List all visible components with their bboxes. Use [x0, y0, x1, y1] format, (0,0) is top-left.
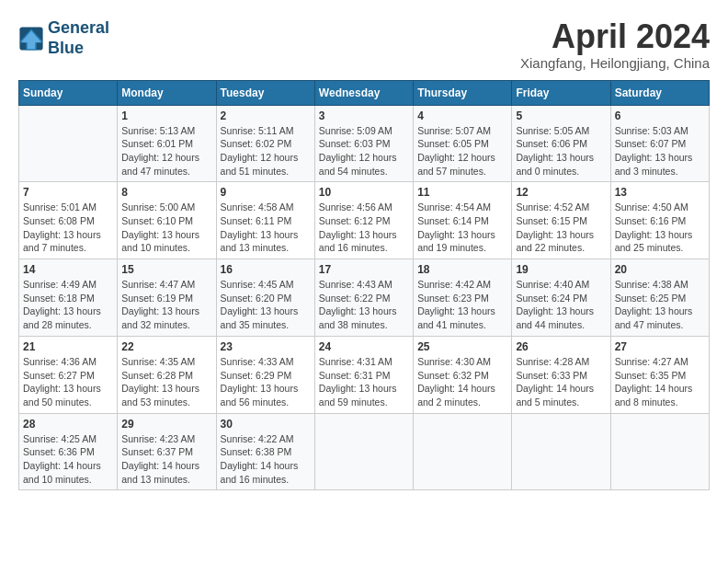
weekday-header-monday: Monday [118, 80, 216, 105]
day-number: 12 [516, 186, 606, 199]
day-detail: Sunrise: 4:36 AM Sunset: 6:27 PM Dayligh… [23, 355, 113, 409]
day-detail: Sunrise: 4:52 AM Sunset: 6:15 PM Dayligh… [516, 201, 606, 255]
day-detail: Sunrise: 4:31 AM Sunset: 6:31 PM Dayligh… [319, 355, 409, 409]
calendar-cell: 3Sunrise: 5:09 AM Sunset: 6:03 PM Daylig… [314, 105, 413, 182]
calendar-cell [610, 413, 709, 490]
calendar-cell [414, 413, 512, 490]
calendar-cell: 26Sunrise: 4:28 AM Sunset: 6:33 PM Dayli… [512, 336, 610, 413]
day-detail: Sunrise: 4:49 AM Sunset: 6:18 PM Dayligh… [23, 278, 113, 332]
calendar-cell: 9Sunrise: 4:58 AM Sunset: 6:11 PM Daylig… [216, 182, 314, 259]
calendar-cell: 1Sunrise: 5:13 AM Sunset: 6:01 PM Daylig… [118, 105, 216, 182]
day-number: 4 [417, 109, 507, 122]
day-number: 20 [615, 263, 705, 276]
weekday-header-row: SundayMondayTuesdayWednesdayThursdayFrid… [19, 80, 710, 105]
calendar-cell: 27Sunrise: 4:27 AM Sunset: 6:35 PM Dayli… [610, 336, 709, 413]
calendar-cell: 2Sunrise: 5:11 AM Sunset: 6:02 PM Daylig… [216, 105, 314, 182]
day-detail: Sunrise: 5:01 AM Sunset: 6:08 PM Dayligh… [23, 201, 113, 255]
title-block: April 2024 Xiangfang, Heilongjiang, Chin… [520, 18, 710, 71]
weekday-header-saturday: Saturday [610, 80, 709, 105]
calendar-cell: 20Sunrise: 4:38 AM Sunset: 6:25 PM Dayli… [610, 259, 709, 337]
logo: General Blue [18, 18, 109, 58]
day-number: 15 [121, 263, 211, 276]
day-detail: Sunrise: 4:35 AM Sunset: 6:28 PM Dayligh… [121, 355, 211, 409]
calendar-cell: 22Sunrise: 4:35 AM Sunset: 6:28 PM Dayli… [118, 336, 216, 413]
day-number: 26 [516, 340, 606, 353]
day-detail: Sunrise: 4:56 AM Sunset: 6:12 PM Dayligh… [319, 201, 409, 255]
day-number: 23 [221, 340, 311, 353]
calendar-cell [314, 413, 413, 490]
day-detail: Sunrise: 4:22 AM Sunset: 6:38 PM Dayligh… [221, 432, 311, 487]
calendar-week-4: 21Sunrise: 4:36 AM Sunset: 6:27 PM Dayli… [19, 336, 710, 413]
logo-line1: General [48, 18, 109, 37]
day-number: 1 [121, 109, 211, 122]
calendar-header: SundayMondayTuesdayWednesdayThursdayFrid… [19, 80, 710, 105]
calendar-cell: 4Sunrise: 5:07 AM Sunset: 6:05 PM Daylig… [414, 105, 512, 182]
weekday-header-wednesday: Wednesday [314, 80, 413, 105]
calendar-cell: 17Sunrise: 4:43 AM Sunset: 6:22 PM Dayli… [314, 259, 413, 337]
logo-text: General Blue [48, 18, 109, 58]
day-detail: Sunrise: 4:58 AM Sunset: 6:11 PM Dayligh… [221, 201, 311, 255]
day-number: 19 [516, 263, 606, 276]
day-detail: Sunrise: 4:47 AM Sunset: 6:19 PM Dayligh… [121, 278, 211, 332]
weekday-header-sunday: Sunday [19, 80, 118, 105]
calendar-cell: 7Sunrise: 5:01 AM Sunset: 6:08 PM Daylig… [19, 182, 118, 259]
calendar-cell: 23Sunrise: 4:33 AM Sunset: 6:29 PM Dayli… [216, 336, 314, 413]
calendar-week-2: 7Sunrise: 5:01 AM Sunset: 6:08 PM Daylig… [19, 182, 710, 259]
day-number: 13 [615, 186, 705, 199]
day-detail: Sunrise: 4:30 AM Sunset: 6:32 PM Dayligh… [417, 355, 507, 409]
calendar-body: 1Sunrise: 5:13 AM Sunset: 6:01 PM Daylig… [19, 105, 710, 490]
day-detail: Sunrise: 4:43 AM Sunset: 6:22 PM Dayligh… [319, 278, 409, 332]
day-detail: Sunrise: 4:40 AM Sunset: 6:24 PM Dayligh… [516, 278, 606, 332]
calendar-cell: 15Sunrise: 4:47 AM Sunset: 6:19 PM Dayli… [118, 259, 216, 337]
day-number: 8 [121, 186, 211, 199]
day-number: 17 [319, 263, 409, 276]
calendar-cell: 29Sunrise: 4:23 AM Sunset: 6:37 PM Dayli… [118, 413, 216, 490]
day-detail: Sunrise: 4:23 AM Sunset: 6:37 PM Dayligh… [121, 432, 211, 487]
day-number: 24 [319, 340, 409, 353]
calendar-table: SundayMondayTuesdayWednesdayThursdayFrid… [18, 80, 710, 491]
day-number: 7 [23, 186, 113, 199]
day-detail: Sunrise: 4:45 AM Sunset: 6:20 PM Dayligh… [221, 278, 311, 332]
day-number: 29 [121, 418, 211, 431]
day-detail: Sunrise: 5:05 AM Sunset: 6:06 PM Dayligh… [516, 124, 606, 178]
weekday-header-friday: Friday [512, 80, 610, 105]
calendar-cell: 30Sunrise: 4:22 AM Sunset: 6:38 PM Dayli… [216, 413, 314, 490]
weekday-header-tuesday: Tuesday [216, 80, 314, 105]
calendar-cell: 6Sunrise: 5:03 AM Sunset: 6:07 PM Daylig… [610, 105, 709, 182]
day-detail: Sunrise: 5:09 AM Sunset: 6:03 PM Dayligh… [319, 124, 409, 178]
calendar-cell: 10Sunrise: 4:56 AM Sunset: 6:12 PM Dayli… [314, 182, 413, 259]
day-number: 3 [319, 109, 409, 122]
day-detail: Sunrise: 4:25 AM Sunset: 6:36 PM Dayligh… [23, 432, 113, 487]
day-detail: Sunrise: 5:00 AM Sunset: 6:10 PM Dayligh… [121, 201, 211, 255]
day-detail: Sunrise: 5:03 AM Sunset: 6:07 PM Dayligh… [615, 124, 705, 178]
day-number: 9 [221, 186, 311, 199]
location-subtitle: Xiangfang, Heilongjiang, China [520, 55, 710, 71]
calendar-cell: 18Sunrise: 4:42 AM Sunset: 6:23 PM Dayli… [414, 259, 512, 337]
day-number: 5 [516, 109, 606, 122]
day-number: 28 [23, 418, 113, 431]
calendar-cell: 5Sunrise: 5:05 AM Sunset: 6:06 PM Daylig… [512, 105, 610, 182]
calendar-week-5: 28Sunrise: 4:25 AM Sunset: 6:36 PM Dayli… [19, 413, 710, 490]
calendar-cell: 19Sunrise: 4:40 AM Sunset: 6:24 PM Dayli… [512, 259, 610, 337]
calendar-cell: 11Sunrise: 4:54 AM Sunset: 6:14 PM Dayli… [414, 182, 512, 259]
day-number: 10 [319, 186, 409, 199]
day-detail: Sunrise: 5:13 AM Sunset: 6:01 PM Dayligh… [121, 124, 211, 178]
page-header: General Blue April 2024 Xiangfang, Heilo… [18, 18, 710, 71]
day-detail: Sunrise: 4:42 AM Sunset: 6:23 PM Dayligh… [417, 278, 507, 332]
day-detail: Sunrise: 5:07 AM Sunset: 6:05 PM Dayligh… [417, 124, 507, 178]
day-number: 30 [221, 418, 311, 431]
day-detail: Sunrise: 4:50 AM Sunset: 6:16 PM Dayligh… [615, 201, 705, 255]
calendar-cell [512, 413, 610, 490]
day-number: 27 [615, 340, 705, 353]
day-detail: Sunrise: 4:27 AM Sunset: 6:35 PM Dayligh… [615, 355, 705, 409]
day-detail: Sunrise: 4:33 AM Sunset: 6:29 PM Dayligh… [221, 355, 311, 409]
day-number: 2 [221, 109, 311, 122]
calendar-cell: 14Sunrise: 4:49 AM Sunset: 6:18 PM Dayli… [19, 259, 118, 337]
calendar-cell: 21Sunrise: 4:36 AM Sunset: 6:27 PM Dayli… [19, 336, 118, 413]
logo-line2: Blue [48, 39, 84, 57]
calendar-cell: 12Sunrise: 4:52 AM Sunset: 6:15 PM Dayli… [512, 182, 610, 259]
day-number: 6 [615, 109, 705, 122]
calendar-cell: 25Sunrise: 4:30 AM Sunset: 6:32 PM Dayli… [414, 336, 512, 413]
month-title: April 2024 [520, 18, 710, 55]
day-detail: Sunrise: 4:54 AM Sunset: 6:14 PM Dayligh… [417, 201, 507, 255]
